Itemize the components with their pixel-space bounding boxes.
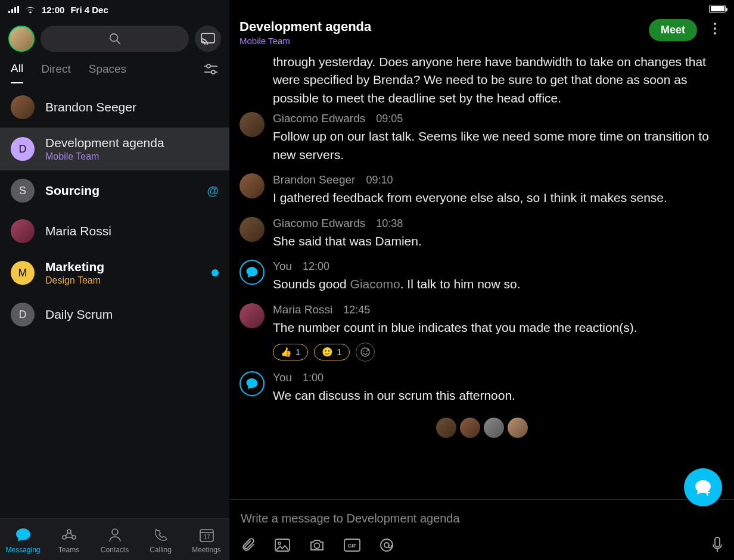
composer-input[interactable]: Write a message to Development agenda <box>241 508 723 536</box>
message-list[interactable]: through yesterday. Does anyone here have… <box>230 51 734 499</box>
at-icon <box>379 537 394 553</box>
mention-button[interactable] <box>379 537 394 553</box>
status-date: Fri 4 Dec <box>70 5 108 15</box>
conversation-subtitle: Mobile Team <box>45 151 219 162</box>
gif-icon: GIF <box>343 538 361 552</box>
svg-point-4 <box>207 64 210 68</box>
message-body: through yesterday. Does anyone here have… <box>240 53 724 107</box>
mention[interactable]: Giacomo <box>350 277 400 291</box>
conversation-title: Sourcing <box>45 183 196 198</box>
conversation-title: Maria Rossi <box>45 224 219 238</box>
camera-button[interactable] <box>309 538 325 552</box>
conversation-item[interactable]: Maria Rossi <box>0 211 229 251</box>
message: Giacomo Edwards10:38 She said that was D… <box>240 212 724 255</box>
chat-plus-icon <box>693 478 713 497</box>
svg-line-1 <box>116 41 120 44</box>
message: Brandon Seeger09:10 I gathered feedback … <box>240 169 724 211</box>
tab-all[interactable]: All <box>11 62 23 83</box>
message: You12:00 Sounds good Giacomo. Il talk to… <box>240 255 724 298</box>
avatar <box>240 217 265 242</box>
nav-meetings[interactable]: 17 Meetings <box>184 527 229 554</box>
signal-icon <box>8 6 19 13</box>
reaction-thumbsup[interactable]: 👍1 <box>273 344 308 360</box>
message-body: I gathered feedback from everyone else a… <box>273 189 724 207</box>
sidebar: All Direct Spaces Brandon Seeger D Devel… <box>0 0 230 560</box>
svg-point-20 <box>363 350 364 351</box>
new-message-fab[interactable] <box>684 468 722 506</box>
smile-icon: 🙂 <box>322 347 333 357</box>
avatar <box>484 418 504 438</box>
avatar <box>240 303 265 328</box>
message: Giacomo Edwards09:05 Follow up on our la… <box>240 107 724 169</box>
nav-label: Messaging <box>5 546 40 554</box>
status-time: 12:00 <box>42 5 64 15</box>
avatar: M <box>11 261 35 285</box>
nav-label: Calling <box>150 546 172 554</box>
messaging-icon <box>15 527 32 543</box>
meet-button[interactable]: Meet <box>649 19 697 41</box>
add-reaction-button[interactable] <box>356 343 375 362</box>
svg-text:GIF: GIF <box>348 543 357 549</box>
message-time: 10:38 <box>376 217 403 230</box>
conversation-item[interactable]: M Marketing Design Team <box>0 251 229 294</box>
nav-calling[interactable]: Calling <box>138 527 184 554</box>
svg-point-26 <box>315 543 320 549</box>
svg-text:17: 17 <box>203 534 210 540</box>
message-time: 12:45 <box>343 304 370 316</box>
message-author: Brandon Seeger <box>273 173 355 186</box>
chat-title: Development agenda <box>240 19 649 35</box>
conversation-item[interactable]: D Development agenda Mobile Team <box>0 127 229 170</box>
message-author: Giacomo Edwards <box>273 112 365 125</box>
avatar: D <box>11 137 35 161</box>
svg-line-13 <box>70 533 73 536</box>
message: You1:00 We can discuss in our scrum this… <box>240 366 724 409</box>
reaction-smile[interactable]: 🙂1 <box>314 344 349 360</box>
my-avatar[interactable] <box>8 26 35 52</box>
image-button[interactable] <box>274 538 291 552</box>
mic-icon <box>711 536 723 554</box>
meetings-icon: 17 <box>198 527 215 543</box>
wifi-icon <box>25 5 36 14</box>
conversation-title: Development agenda <box>45 136 219 150</box>
cast-button[interactable] <box>195 26 221 52</box>
reactions: 👍1 🙂1 <box>273 343 724 362</box>
conversation-item[interactable]: Brandon Seeger <box>0 87 229 127</box>
message-author: Giacomo Edwards <box>273 217 365 230</box>
gif-button[interactable]: GIF <box>343 538 361 552</box>
teams-icon <box>61 527 77 543</box>
conversation-list: Brandon Seeger D Development agenda Mobi… <box>0 87 229 518</box>
message-body: Sounds good Giacomo. Il talk to him now … <box>273 275 724 293</box>
conversation-item[interactable]: S Sourcing @ <box>0 170 229 211</box>
conversation-subtitle: Design Team <box>45 275 201 286</box>
tab-spaces[interactable]: Spaces <box>89 63 126 83</box>
tab-direct[interactable]: Direct <box>41 63 71 83</box>
paperclip-icon <box>241 537 256 553</box>
calling-icon <box>154 527 168 543</box>
sidebar-tabs: All Direct Spaces <box>0 54 229 87</box>
avatar <box>11 95 35 119</box>
message: Maria Rossi12:45 The number count in blu… <box>240 298 724 366</box>
conversation-title: Marketing <box>45 260 201 274</box>
status-bar: 12:00 Fri 4 Dec <box>0 0 734 19</box>
nav-label: Meetings <box>192 546 221 554</box>
nav-contacts[interactable]: Contacts <box>92 527 138 554</box>
conversation-item[interactable]: D Daily Scrum <box>0 294 229 335</box>
nav-teams[interactable]: Teams <box>46 527 92 554</box>
cast-icon <box>201 33 215 45</box>
nav-label: Contacts <box>101 546 129 554</box>
voice-button[interactable] <box>711 536 723 554</box>
more-menu-button[interactable] <box>705 19 724 35</box>
avatar <box>508 418 528 438</box>
svg-rect-31 <box>715 537 720 547</box>
message-body: She said that was Damien. <box>273 232 724 250</box>
search-input[interactable] <box>41 26 189 52</box>
attach-button[interactable] <box>241 537 256 553</box>
read-receipts <box>240 409 724 443</box>
mention-indicator: @ <box>207 184 219 198</box>
filter-icon[interactable] <box>203 63 219 75</box>
nav-label: Teams <box>58 546 79 554</box>
avatar <box>436 418 456 438</box>
avatar <box>240 173 265 198</box>
nav-messaging[interactable]: Messaging <box>1 527 46 554</box>
conversation-title: Daily Scrum <box>45 307 219 322</box>
